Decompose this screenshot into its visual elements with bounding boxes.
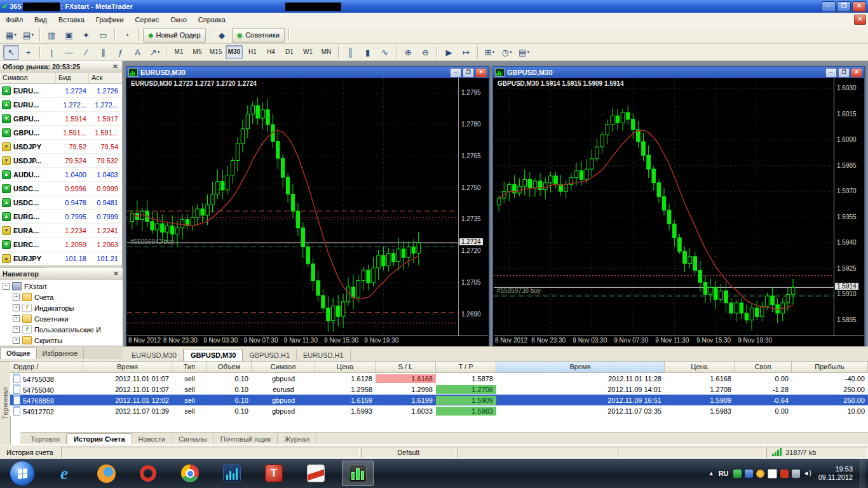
column-ask[interactable]: Аск xyxy=(89,72,121,83)
periods-icon[interactable]: ◷▾ xyxy=(499,45,515,60)
restore-button[interactable]: ❐ xyxy=(837,1,851,12)
app-red-white-icon-slot[interactable] xyxy=(300,461,332,486)
expand-icon[interactable]: + xyxy=(13,337,20,344)
strategy-tester-icon[interactable]: ◔ xyxy=(119,28,135,43)
terminal-column-Прибыль[interactable]: Прибыль xyxy=(792,362,868,373)
app-red-icon-slot[interactable]: T xyxy=(258,461,290,486)
zoom-out-icon[interactable]: ⊖ xyxy=(417,45,433,60)
market-watch-row[interactable]: ▲EURJPY101.18101.21 xyxy=(0,252,122,266)
tree-item-Счета[interactable]: +Счета xyxy=(0,292,123,302)
trading-app-icon-slot[interactable] xyxy=(216,461,248,486)
market-watch-icon[interactable]: ▥ xyxy=(44,28,60,43)
chart-shift-icon[interactable]: ↦ xyxy=(458,45,474,60)
indicators-icon[interactable]: ⊞▾ xyxy=(482,45,498,60)
navigator-tab-Избранное[interactable]: Избранное xyxy=(37,348,85,359)
terminal-row[interactable]: 547550402012.11.01 01:07sell0.10eurusd1.… xyxy=(10,384,868,395)
tray-update-icon[interactable] xyxy=(756,470,764,478)
candlestick-icon[interactable]: ▮ xyxy=(360,45,376,60)
hidden-icons-button[interactable]: ▲ xyxy=(709,470,714,477)
terminal-column-Цена[interactable]: Цена xyxy=(665,362,735,373)
terminal-column-Тип[interactable]: Тип xyxy=(172,362,207,373)
terminal-icon[interactable]: ▭ xyxy=(95,28,111,43)
chart-plot[interactable]: GBPUSD,M30 1.5914 1.5915 1.5909 1.5914#5… xyxy=(494,78,834,336)
metaeditor-icon[interactable]: ◆ xyxy=(214,28,230,43)
auto-scroll-icon[interactable]: ▶ xyxy=(441,45,457,60)
channel-icon[interactable]: ∥ xyxy=(95,45,111,60)
tray-shield-icon[interactable] xyxy=(733,470,742,478)
trendline-icon[interactable]: ∕ xyxy=(78,45,94,60)
tree-item-Скрипты[interactable]: +Скрипты xyxy=(0,335,123,346)
price-scale[interactable]: 1.27951.27801.27651.27501.27351.27201.27… xyxy=(458,78,488,336)
expand-icon[interactable]: + xyxy=(13,294,20,301)
timeframe-H4[interactable]: H4 xyxy=(262,45,280,59)
timeframe-M15[interactable]: M15 xyxy=(207,45,224,59)
terminal-row[interactable]: 549127022012.11.07 01:39sell0.10gbpusd1.… xyxy=(10,405,868,416)
market-watch-row[interactable]: ▼GBPU...1.59141.5917 xyxy=(0,112,122,126)
market-watch-row[interactable]: ▲USDC...0.94780.9481 xyxy=(0,196,122,210)
new-order-button[interactable]: ◆Новый Ордер xyxy=(143,28,206,43)
terminal-column-Ордер[interactable]: Ордер / xyxy=(10,362,83,373)
timeframe-H1[interactable]: H1 xyxy=(244,45,261,59)
chart-restore-button[interactable]: ❐ xyxy=(463,68,474,78)
line-chart-icon[interactable]: ∿ xyxy=(377,45,393,60)
chart-minimize-button[interactable]: ─ xyxy=(825,68,837,78)
crosshair-icon[interactable]: + xyxy=(20,45,36,60)
start-button-slot[interactable] xyxy=(6,461,38,486)
column-bid[interactable]: Бид xyxy=(56,72,89,83)
chart-window-GBPUSD[interactable]: GBPUSD,M30─❐✕GBPUSD,M30 1.5914 1.5915 1.… xyxy=(492,66,865,347)
menu-item-Справка[interactable]: Справка xyxy=(193,14,231,25)
opera-icon-slot[interactable] xyxy=(132,461,164,486)
menu-item-Окно[interactable]: Окно xyxy=(165,14,193,25)
timeframe-W1[interactable]: W1 xyxy=(299,45,316,59)
chrome-icon-slot[interactable] xyxy=(174,461,206,486)
chart-tab-EURUSD,H1[interactable]: EURUSD,H1 xyxy=(297,349,351,361)
chart-restore-button[interactable]: ❐ xyxy=(838,68,850,78)
start-button[interactable] xyxy=(10,461,35,486)
templates-icon[interactable]: ▤▾ xyxy=(516,45,532,60)
timeframe-M5[interactable]: M5 xyxy=(189,45,206,59)
terminal-tab-История Счета[interactable]: История Счета xyxy=(67,433,132,444)
navigator-icon[interactable]: ✦ xyxy=(78,28,94,43)
market-watch-row[interactable]: ▼USDC...0.99960.9999 xyxy=(0,182,122,196)
tray-network-icon[interactable] xyxy=(792,470,800,478)
terminal-row[interactable]: 547688592012.11.01 12:02sell0.10gbpusd1.… xyxy=(10,395,868,405)
terminal-tab-Торговля[interactable]: Торговля xyxy=(24,434,67,444)
collapse-icon[interactable]: − xyxy=(3,283,10,290)
chart-tab-GBPUSD,M30[interactable]: GBPUSD,M30 xyxy=(184,349,243,361)
tray-volume-icon[interactable]: ◄) xyxy=(803,470,811,478)
chart-title-bar[interactable]: EURUSD,M30─❐✕ xyxy=(126,67,489,78)
expand-icon[interactable]: + xyxy=(13,304,20,311)
tree-item-Индикаторы[interactable]: +fИндикаторы xyxy=(0,302,123,313)
taskbar-clock[interactable]: 19:53 09.11.2012 xyxy=(818,465,853,482)
terminal-tab-Новости[interactable]: Новости xyxy=(132,434,173,444)
tray-display-icon[interactable] xyxy=(745,470,753,478)
terminal-column-Своп[interactable]: Своп xyxy=(735,362,792,373)
bar-chart-icon[interactable]: ║ xyxy=(342,45,358,60)
market-watch-row[interactable]: ▼USDJPY79.5279.54 xyxy=(0,140,122,154)
column-symbol[interactable]: Символ xyxy=(0,72,56,83)
profiles-icon[interactable]: ▤▾ xyxy=(20,28,36,43)
terminal-column-S / L[interactable]: S / L xyxy=(376,362,436,373)
price-scale[interactable]: 1.60301.60151.60001.59851.59701.59551.59… xyxy=(834,78,864,336)
time-scale[interactable]: 8 Nov 20128 Nov 23:309 Nov 03:309 Nov 07… xyxy=(127,336,488,346)
timeframe-M30[interactable]: M30 xyxy=(226,45,243,59)
close-icon[interactable]: ✕ xyxy=(111,63,119,70)
chart-plot[interactable]: EURUSD,M30 1.2723 1.2727 1.2720 1.2724#5… xyxy=(127,78,459,336)
terminal-column-Объем[interactable]: Объем xyxy=(207,362,252,373)
market-watch-row[interactable]: ▼EURA...1.22341.2241 xyxy=(0,224,122,238)
timeframe-M1[interactable]: M1 xyxy=(170,45,187,59)
chart-tab-GBPUSD,H1[interactable]: GBPUSD,H1 xyxy=(243,349,297,361)
terminal-row[interactable]: 547550382012.11.01 01:07sell0.10gbpusd1.… xyxy=(10,373,868,384)
tree-item-Пользовательские И[interactable]: +fПользовательские И xyxy=(0,324,123,335)
terminal-tab-Почтовый ящик[interactable]: Почтовый ящик xyxy=(214,434,278,444)
terminal-tab-Журнал[interactable]: Журнал xyxy=(278,434,316,444)
fibonacci-icon[interactable]: ƒ xyxy=(112,45,128,60)
close-icon[interactable]: ✕ xyxy=(112,270,120,277)
internet-explorer-icon-slot[interactable]: e xyxy=(48,461,80,486)
terminal-column-Символ[interactable]: Символ xyxy=(252,362,315,373)
timeframe-MN[interactable]: MN xyxy=(318,45,335,59)
chart-window-EURUSD[interactable]: EURUSD,M30─❐✕EURUSD,M30 1.2723 1.2727 1.… xyxy=(126,66,489,347)
metatrader-icon-slot[interactable] xyxy=(342,461,374,486)
menu-item-Файл[interactable]: Файл xyxy=(0,14,29,25)
minimize-button[interactable]: ─ xyxy=(822,1,836,12)
